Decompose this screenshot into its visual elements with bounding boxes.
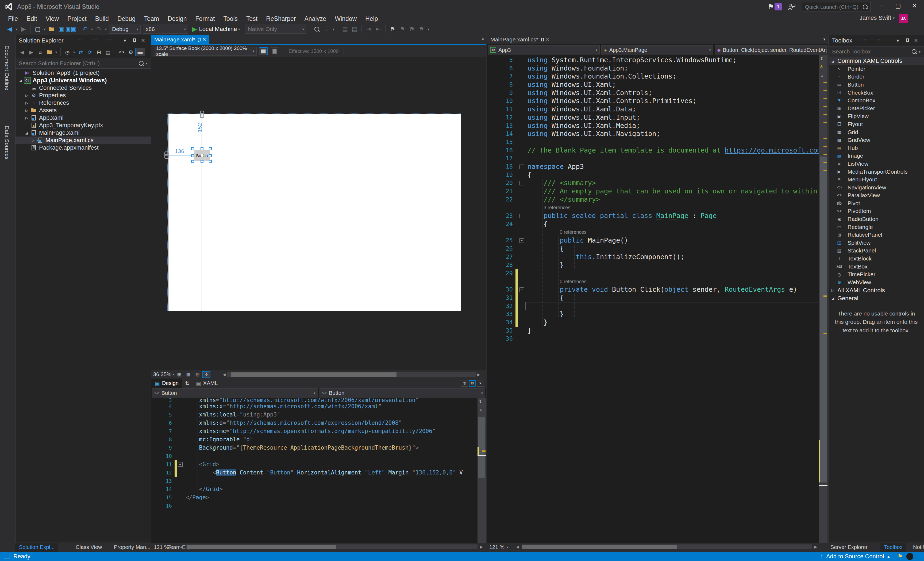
close-tab-icon[interactable]: ✕ bbox=[545, 37, 549, 42]
menu-design[interactable]: Design bbox=[164, 14, 191, 24]
toolbox-item-textblock[interactable]: TTextBlock bbox=[829, 254, 924, 263]
clear-bookmarks-icon[interactable]: ⚑ bbox=[417, 25, 426, 33]
code-line-6[interactable]: 6using Windows.Foundation; bbox=[487, 64, 819, 73]
se-forward-icon[interactable]: ▶ bbox=[27, 48, 36, 56]
menu-edit[interactable]: Edit bbox=[22, 14, 42, 24]
breadcrumb-type[interactable]: ◈ App3.MainPage ▾ bbox=[601, 45, 713, 54]
search-options-icon[interactable]: ▾ bbox=[919, 50, 921, 54]
code-line-30[interactable]: 30− private void Button_Click(object sen… bbox=[487, 286, 819, 294]
bottom-tab-property-man-[interactable]: Property Man... bbox=[110, 543, 154, 552]
resize-handle-n[interactable] bbox=[201, 147, 204, 150]
designer-canvas[interactable]: 152 136 Button bbox=[151, 57, 486, 370]
breadcrumb-member[interactable]: ◆ Button_Click(object sender, RoutedEven… bbox=[715, 45, 826, 54]
fold-collapse-icon[interactable]: − bbox=[518, 236, 525, 245]
code-line-16[interactable]: 16 bbox=[151, 502, 477, 510]
toolbox-item-image[interactable]: ▨Image bbox=[829, 152, 924, 160]
code-line-36[interactable]: 36 bbox=[487, 335, 819, 343]
code-line-7[interactable]: 7 xmlns:mc="http://schemas.openxmlformat… bbox=[151, 427, 477, 435]
orientation-landscape-button[interactable] bbox=[259, 47, 268, 55]
xaml-breadcrumb-right[interactable]: <> Button ▾ bbox=[320, 388, 486, 398]
maximize-button[interactable]: ▢ bbox=[890, 0, 906, 12]
orientation-portrait-button[interactable] bbox=[270, 47, 279, 55]
codelens-row[interactable]: 0 references bbox=[487, 278, 819, 286]
toolbox-item-splitview[interactable]: ◫SplitView bbox=[829, 239, 924, 247]
code-line-25[interactable]: 25− public MainPage() bbox=[487, 236, 819, 245]
toolbox-search[interactable]: Search Toolbox ▾ bbox=[829, 46, 924, 57]
hscroll-right-arrow[interactable]: ▶ bbox=[813, 545, 819, 549]
code-line-28[interactable]: 28 } bbox=[487, 261, 819, 269]
code-line-33[interactable]: 33 } bbox=[487, 310, 819, 319]
xaml-editor-vscrollbar[interactable]: ⇕ ▲ bbox=[477, 398, 486, 543]
hscroll-left-arrow[interactable]: ◀ bbox=[178, 545, 184, 549]
xaml-zoom-control[interactable]: 121 % ▾ bbox=[154, 543, 173, 551]
hscroll-right-arrow[interactable]: ▶ bbox=[478, 545, 484, 549]
new-file-icon[interactable]: ▢ bbox=[33, 25, 42, 33]
find-in-files-icon[interactable] bbox=[312, 25, 322, 33]
tree-item-mainpage-xaml-cs[interactable]: ▷MainPage.xaml.cs bbox=[15, 136, 151, 144]
codelens-row[interactable]: 0 references bbox=[487, 228, 819, 236]
codelens-label[interactable]: 0 references bbox=[560, 229, 586, 235]
open-file-icon[interactable] bbox=[47, 25, 56, 33]
bookmark-icon[interactable]: ⚑ bbox=[388, 25, 397, 33]
resize-handle-ne[interactable] bbox=[209, 147, 212, 150]
code-line-12[interactable]: 12 <Button Content="Button" HorizontalAl… bbox=[151, 468, 477, 477]
code-line-20[interactable]: 20− /// <summary> bbox=[487, 179, 819, 187]
toolbox-item-flipview[interactable]: ▣FlipView bbox=[829, 112, 924, 120]
code-line-14[interactable]: 14using Windows.UI.Xaml.Navigation; bbox=[487, 130, 819, 138]
breadcrumb-project[interactable]: C# App3 ▾ bbox=[488, 45, 600, 54]
toolbox-item-textbox[interactable]: ablTextBox bbox=[829, 263, 924, 271]
pending-changes-filter-icon[interactable]: ◷ bbox=[63, 48, 72, 56]
start-debug-button[interactable]: ▶Local Machine▾ bbox=[192, 25, 241, 33]
code-line-13[interactable]: 13using Windows.UI.Xaml.Media; bbox=[487, 122, 819, 130]
tree-item-assets[interactable]: ▷Assets bbox=[15, 106, 151, 114]
tab-mainpage-xaml[interactable]: MainPage.xaml* ✕ bbox=[151, 35, 209, 44]
fold-collapse-icon[interactable]: − bbox=[518, 212, 525, 220]
collapsed-arrow-icon[interactable]: ▷ bbox=[30, 138, 36, 142]
code-line-5[interactable]: 5using System.Runtime.InteropServices.Wi… bbox=[487, 56, 819, 64]
code-line-4[interactable]: 4 xmlns:x="http://schemas.microsoft.com/… bbox=[151, 402, 477, 411]
resize-handle-e[interactable] bbox=[209, 154, 212, 157]
dropdown-chevron-icon[interactable]: ▾ bbox=[90, 27, 94, 31]
device-preview-select[interactable]: 13.5" Surface Book (3000 x 2000) 200% sc… bbox=[154, 47, 256, 55]
tree-item-mainpage-xaml[interactable]: ◢MainPage.xaml bbox=[15, 129, 151, 136]
code-line-10[interactable]: 10 bbox=[151, 452, 477, 460]
designer-zoom-value[interactable]: 36.35% bbox=[153, 371, 171, 377]
refresh-icon[interactable]: ⟳ bbox=[85, 48, 94, 56]
designer-hscrollbar[interactable] bbox=[227, 372, 476, 377]
next-bookmark-icon[interactable]: ⚑ bbox=[407, 25, 417, 33]
code-line-18[interactable]: 18−namespace App3 bbox=[487, 163, 819, 171]
bottom-tab-notifications[interactable]: Notifications bbox=[909, 543, 924, 552]
code-line-11[interactable]: 11− <Grid> bbox=[151, 460, 477, 468]
toolbox-item-mediatransportcontrols[interactable]: ▶MediaTransportControls bbox=[829, 168, 924, 176]
publish-icon[interactable]: ⚑ bbox=[897, 553, 903, 560]
toolbox-item-navigationview[interactable]: <>NavigationView bbox=[829, 184, 924, 191]
code-line-29[interactable]: 29 bbox=[487, 269, 819, 278]
hscroll-left-arrow[interactable]: ◀ bbox=[221, 373, 227, 377]
margin-top-value[interactable]: 152 bbox=[196, 122, 204, 133]
tree-item-app3-universal-windows-[interactable]: ◢C#App3 (Universal Windows) bbox=[15, 77, 151, 84]
add-to-source-control-button[interactable]: Add to Source Control bbox=[826, 553, 884, 560]
hscroll-left-arrow[interactable]: ◀ bbox=[514, 545, 520, 549]
collapsed-arrow-icon[interactable]: ▷ bbox=[24, 116, 30, 120]
dropdown-chevron-icon[interactable]: ▾ bbox=[331, 27, 336, 31]
resize-handle-s[interactable] bbox=[201, 160, 204, 163]
code-line-9[interactable]: 9 Background="{ThemeResource Application… bbox=[151, 444, 477, 452]
code-line-11[interactable]: 11using Windows.UI.Xaml.Data; bbox=[487, 105, 819, 114]
menu-resharper[interactable]: ReSharper bbox=[262, 14, 300, 24]
preview-selected-icon[interactable]: ▬ bbox=[135, 48, 145, 56]
csharp-editor[interactable]: 5using System.Runtime.InteropServices.Wi… bbox=[487, 55, 819, 544]
deploy-select[interactable]: Native Only▾ bbox=[245, 25, 306, 34]
code-line-15[interactable]: 15</Page> bbox=[151, 494, 477, 502]
code-line-8[interactable]: 8using Windows.UI.Xaml; bbox=[487, 81, 819, 89]
splitter-handle-icon[interactable]: ⇕ bbox=[478, 399, 482, 404]
fold-collapse-icon[interactable]: − bbox=[518, 163, 525, 171]
collapsed-arrow-icon[interactable]: ▷ bbox=[24, 101, 30, 105]
menu-view[interactable]: View bbox=[42, 14, 63, 24]
code-line-5[interactable]: 5 xmlns:local="using:App3" bbox=[151, 411, 477, 419]
toolbox-item-menuflyout[interactable]: ≡MenuFlyout bbox=[829, 175, 924, 184]
indent-icon[interactable]: ⇥ bbox=[364, 25, 374, 33]
collapsed-arrow-icon[interactable]: ▷ bbox=[24, 94, 30, 97]
code-line-35[interactable]: 35} bbox=[487, 327, 819, 335]
collapse-pane-icon[interactable]: ⏷ bbox=[477, 380, 484, 387]
toolbox-item-border[interactable]: ▫Border bbox=[829, 73, 924, 81]
